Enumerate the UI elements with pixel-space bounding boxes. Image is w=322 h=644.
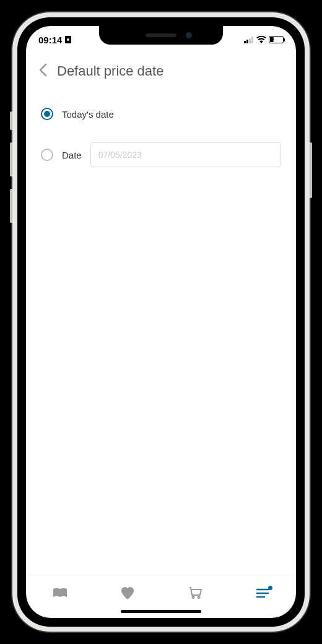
svg-rect-3 [246,40,248,43]
nav-favorites[interactable] [115,581,140,606]
nav-cart[interactable] [183,581,207,606]
nav-menu[interactable] [250,581,275,606]
option-today-row[interactable]: Today's date [41,108,281,120]
svg-rect-5 [251,37,253,43]
page-header: Default price date [26,53,296,89]
book-icon [52,586,68,600]
radio-today[interactable] [41,108,53,120]
wifi-icon [256,36,266,43]
battery-icon: 21 [269,36,284,43]
heart-icon [120,586,135,600]
back-button[interactable] [38,63,47,79]
svg-rect-4 [249,38,251,43]
nav-catalog[interactable] [48,581,72,606]
page-title: Default price date [57,63,163,79]
home-indicator[interactable] [121,610,201,613]
date-input[interactable] [90,142,281,167]
radio-custom-date[interactable] [41,149,53,161]
nav-menu-badge [268,586,272,590]
chevron-left-icon [38,63,47,77]
radio-custom-date-label: Date [62,150,82,160]
svg-point-1 [67,38,69,41]
content-area: Today's date Date [26,89,296,575]
option-date-row[interactable]: Date [41,142,281,167]
menu-icon [256,588,269,598]
cellular-icon [244,37,254,43]
status-time: 09:14 [38,35,62,45]
cart-icon [188,586,202,601]
radio-today-label: Today's date [62,109,114,120]
svg-rect-2 [244,41,246,43]
portrait-lock-icon [64,35,72,44]
